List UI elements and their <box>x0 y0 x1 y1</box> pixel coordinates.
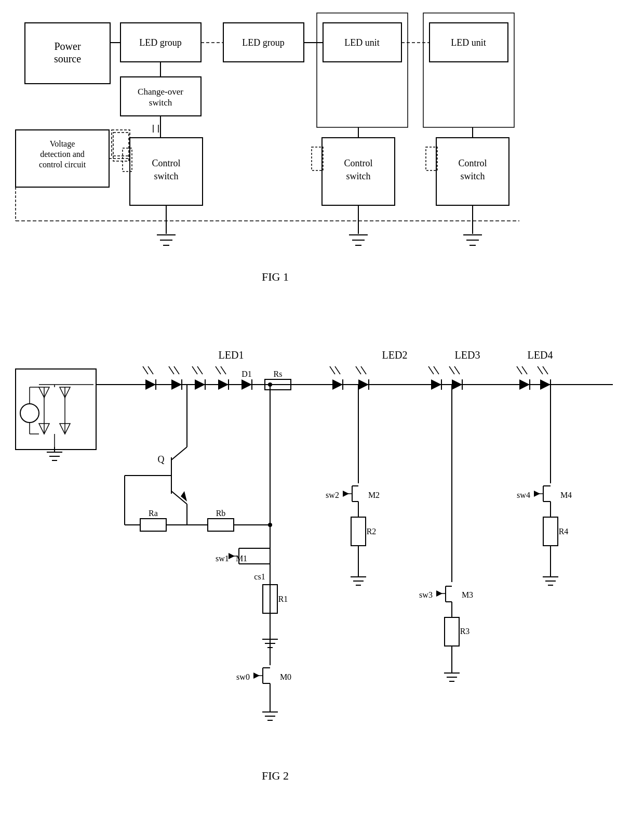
svg-rect-10 <box>317 13 408 127</box>
svg-text:M2: M2 <box>368 491 380 499</box>
svg-text:LED1: LED1 <box>219 349 244 361</box>
svg-point-162 <box>268 382 272 387</box>
svg-text:LED unit: LED unit <box>451 37 486 48</box>
svg-marker-95 <box>145 379 156 390</box>
svg-point-71 <box>20 404 39 423</box>
svg-rect-37 <box>112 130 130 156</box>
svg-rect-58 <box>426 147 437 170</box>
svg-line-125 <box>361 366 366 374</box>
svg-line-129 <box>434 366 439 374</box>
svg-text:M1: M1 <box>236 554 247 563</box>
svg-rect-221 <box>543 517 558 546</box>
svg-text:Control: Control <box>458 158 487 168</box>
svg-text:sw4: sw4 <box>517 491 530 499</box>
svg-marker-232 <box>253 672 260 679</box>
svg-line-132 <box>449 366 454 374</box>
svg-line-137 <box>522 366 527 374</box>
svg-text:R1: R1 <box>278 595 288 603</box>
svg-marker-111 <box>242 379 252 390</box>
svg-text:FIG 1: FIG 1 <box>262 270 289 283</box>
svg-text:sw1: sw1 <box>216 554 229 563</box>
svg-text:sw3: sw3 <box>419 590 433 599</box>
svg-text:R4: R4 <box>559 527 569 536</box>
svg-line-105 <box>192 366 197 374</box>
svg-rect-155 <box>208 519 234 531</box>
svg-text:switch: switch <box>154 171 179 181</box>
svg-text:LED4: LED4 <box>528 349 553 361</box>
svg-line-98 <box>148 366 153 374</box>
svg-rect-205 <box>445 617 459 646</box>
svg-rect-41 <box>123 148 132 172</box>
svg-text:source: source <box>54 53 81 64</box>
svg-line-141 <box>543 366 548 374</box>
svg-text:switch: switch <box>149 98 172 108</box>
svg-rect-39 <box>113 133 129 161</box>
svg-text:switch: switch <box>461 171 485 181</box>
svg-text:R3: R3 <box>460 627 470 636</box>
svg-rect-13 <box>423 13 514 127</box>
svg-marker-200 <box>436 590 442 597</box>
svg-text:Power: Power <box>54 41 81 52</box>
fig2-diagram: LED1 LED2 LED3 LED4 <box>0 301 644 811</box>
svg-marker-122 <box>358 379 369 390</box>
svg-text:LED unit: LED unit <box>344 37 380 48</box>
svg-text:Control: Control <box>344 158 372 168</box>
svg-text:switch: switch <box>346 171 371 181</box>
svg-rect-189 <box>351 517 366 546</box>
svg-text:Rb: Rb <box>216 509 226 518</box>
svg-text:Change-over: Change-over <box>138 87 183 97</box>
svg-marker-130 <box>452 379 462 390</box>
svg-text:R2: R2 <box>367 527 377 536</box>
svg-text:Rs: Rs <box>274 370 283 378</box>
svg-line-145 <box>171 447 187 460</box>
svg-marker-99 <box>171 379 182 390</box>
svg-marker-103 <box>195 379 205 390</box>
svg-line-97 <box>143 366 148 374</box>
svg-rect-151 <box>140 519 166 531</box>
svg-line-128 <box>428 366 434 374</box>
svg-text:D1: D1 <box>242 370 252 378</box>
svg-line-121 <box>335 366 340 374</box>
svg-text:FIG 2: FIG 2 <box>262 769 289 782</box>
svg-text:control circuit: control circuit <box>39 160 86 169</box>
svg-text:sw2: sw2 <box>326 491 339 499</box>
svg-text:Control: Control <box>152 158 180 168</box>
svg-text:cs1: cs1 <box>254 572 265 581</box>
svg-line-109 <box>216 366 221 374</box>
svg-rect-57 <box>312 147 323 170</box>
fig1-diagram: Power source LED group Change-over switc… <box>0 0 644 301</box>
svg-marker-184 <box>343 491 349 497</box>
svg-marker-118 <box>332 379 343 390</box>
svg-line-102 <box>174 366 179 374</box>
svg-rect-16 <box>16 130 109 187</box>
svg-text:sw0: sw0 <box>236 672 250 681</box>
svg-marker-107 <box>218 379 229 390</box>
svg-text:Voltage: Voltage <box>50 139 75 149</box>
svg-text:LED3: LED3 <box>455 349 480 361</box>
svg-line-106 <box>197 366 203 374</box>
svg-marker-134 <box>519 379 530 390</box>
svg-line-124 <box>356 366 361 374</box>
svg-marker-166 <box>229 553 235 559</box>
svg-line-136 <box>517 366 522 374</box>
svg-marker-216 <box>534 491 540 497</box>
svg-line-120 <box>330 366 335 374</box>
svg-marker-126 <box>431 379 441 390</box>
svg-text:LED group: LED group <box>242 37 284 48</box>
svg-line-110 <box>221 366 226 374</box>
svg-line-101 <box>169 366 174 374</box>
svg-text:M0: M0 <box>280 672 291 681</box>
svg-line-140 <box>538 366 543 374</box>
svg-text:Ra: Ra <box>149 509 158 518</box>
svg-text:M4: M4 <box>560 491 572 499</box>
svg-text:Q: Q <box>158 454 165 465</box>
svg-text:LED group: LED group <box>139 37 181 48</box>
svg-text:LED2: LED2 <box>382 349 408 361</box>
svg-text:M3: M3 <box>462 590 473 599</box>
svg-rect-70 <box>16 369 96 450</box>
svg-text:detection and: detection and <box>40 150 85 159</box>
svg-line-133 <box>454 366 460 374</box>
svg-marker-138 <box>540 379 551 390</box>
